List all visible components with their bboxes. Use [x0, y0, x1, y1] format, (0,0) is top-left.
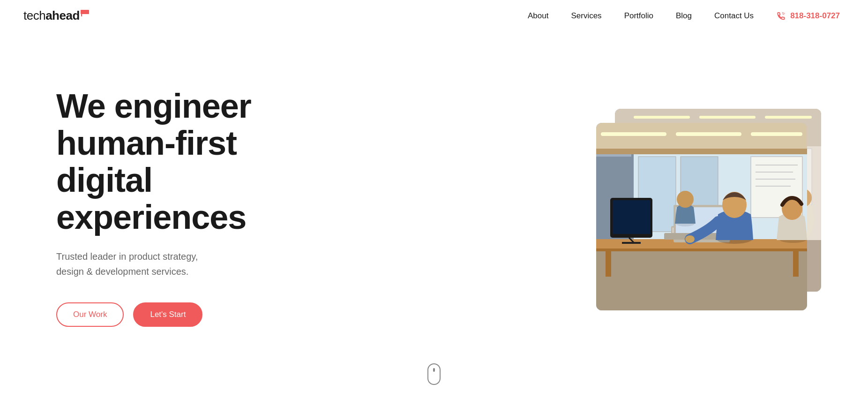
header: techahead About Services Portfolio Blog …	[0, 0, 868, 31]
svg-rect-55	[622, 242, 641, 244]
hero-content: We engineer human-first digital experien…	[56, 88, 328, 327]
hero-image-wrapper	[596, 109, 821, 306]
phone-icon	[776, 11, 786, 21]
hero-subtext: Trusted leader in product strategy,desig…	[56, 249, 328, 279]
scroll-indicator	[427, 363, 441, 385]
svg-rect-51	[793, 248, 799, 277]
svg-point-69	[685, 235, 695, 243]
logo-text-ahead: ahead	[45, 8, 80, 23]
phone-number: 818-318-0727	[790, 11, 840, 21]
office-main-svg	[596, 123, 807, 310]
svg-point-68	[677, 191, 694, 208]
nav-about[interactable]: About	[528, 11, 548, 21]
our-work-button[interactable]: Our Work	[56, 302, 124, 327]
hero-image-container	[328, 109, 840, 306]
svg-rect-49	[596, 248, 807, 251]
logo-text-tech: tech	[23, 8, 45, 23]
svg-rect-35	[676, 132, 741, 136]
svg-rect-47	[596, 248, 807, 310]
svg-rect-38	[596, 154, 631, 157]
headline-line3: experiences	[56, 198, 246, 236]
svg-rect-50	[606, 248, 611, 277]
scroll-mouse-icon	[427, 363, 441, 385]
phone-link[interactable]: 818-318-0727	[776, 11, 840, 21]
hero-headline: We engineer human-first digital experien…	[56, 88, 328, 236]
hero-photo-front	[596, 123, 807, 310]
hero-section: We engineer human-first digital experien…	[0, 31, 868, 383]
svg-rect-53	[613, 200, 650, 234]
nav-blog[interactable]: Blog	[676, 11, 692, 21]
scroll-dot	[433, 368, 435, 372]
hero-buttons: Our Work Let's Start	[56, 302, 328, 327]
svg-rect-5	[699, 116, 756, 119]
nav-contact[interactable]: Contact Us	[714, 11, 754, 21]
logo[interactable]: techahead	[23, 8, 89, 23]
svg-rect-4	[634, 116, 690, 119]
svg-rect-6	[765, 116, 812, 119]
svg-rect-0	[81, 10, 89, 14]
svg-rect-34	[601, 132, 666, 136]
main-nav: About Services Portfolio Blog Contact Us…	[528, 11, 840, 21]
svg-rect-36	[751, 132, 802, 136]
svg-rect-33	[596, 149, 807, 154]
headline-line1: We engineer	[56, 87, 251, 125]
lets-start-button[interactable]: Let's Start	[133, 302, 202, 327]
nav-services[interactable]: Services	[571, 11, 601, 21]
headline-line2: human-first digital	[56, 124, 237, 199]
nav-portfolio[interactable]: Portfolio	[624, 11, 653, 21]
logo-flag-icon	[81, 10, 89, 16]
